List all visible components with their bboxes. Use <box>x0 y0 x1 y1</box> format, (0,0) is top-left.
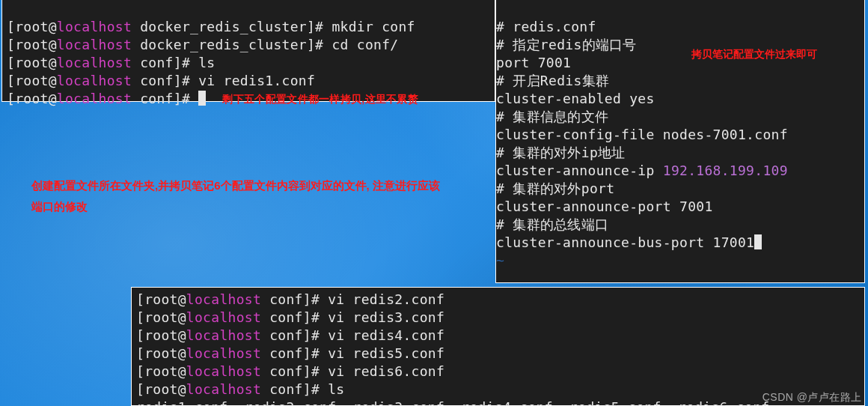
cwd: conf <box>140 55 174 70</box>
cwd: conf <box>269 327 303 343</box>
conf-line: # 集群的总线端口 <box>496 216 608 232</box>
hostname: localhost <box>57 19 132 34</box>
command-text: vi redis6.conf <box>328 363 444 379</box>
cwd: docker_redis_cluster <box>140 19 307 34</box>
cwd: conf <box>269 309 303 325</box>
hostname: localhost <box>186 345 261 361</box>
cwd: conf <box>269 291 303 307</box>
terminal-bottom[interactable]: [root@localhost conf]# vi redis2.conf [r… <box>131 287 865 406</box>
ls-output: redis1.conf redis2.conf redis3.conf redi… <box>136 399 769 406</box>
cwd: docker_redis_cluster <box>140 37 307 52</box>
conf-line: cluster-enabled yes <box>496 91 655 106</box>
hostname: localhost <box>57 37 132 52</box>
vi-tilde: ~ <box>496 252 504 268</box>
command-text: ls <box>328 381 344 397</box>
conf-line: cluster-announce-bus-port 17001 <box>496 234 754 250</box>
conf-line: # redis.conf <box>496 19 596 34</box>
conf-line: cluster-config-file nodes-7001.conf <box>496 127 788 142</box>
hostname: localhost <box>57 55 132 70</box>
hostname: localhost <box>57 73 132 88</box>
cwd: conf <box>269 381 303 397</box>
cwd: conf <box>269 345 303 361</box>
cwd: conf <box>269 363 303 379</box>
hostname: localhost <box>57 91 132 106</box>
hostname: localhost <box>186 291 261 307</box>
ip-address: 192.168.199.109 <box>663 163 788 178</box>
cursor-icon <box>198 91 206 106</box>
hostname: localhost <box>186 309 261 325</box>
hostname: localhost <box>186 327 261 343</box>
command-text: vi redis5.conf <box>328 345 444 361</box>
terminal-top-left[interactable]: [root@localhost docker_redis_cluster]# m… <box>1 0 495 102</box>
cwd: conf <box>140 91 174 106</box>
conf-line: # 指定redis的端口号 <box>496 37 637 52</box>
command-text: mkdir conf <box>331 19 415 34</box>
conf-line: cluster-announce-port 7001 <box>496 199 713 214</box>
conf-line: # 集群的对外ip地址 <box>496 145 626 160</box>
cursor-icon <box>754 234 762 249</box>
command-text: vi redis2.conf <box>328 291 444 307</box>
annotation-left: 创建配置文件所在文件夹,并拷贝笔记6个配置文件内容到对应的文件, 注意进行应该端… <box>31 175 450 217</box>
conf-line: port 7001 <box>496 55 571 70</box>
annotation-right: 拷贝笔记配置文件过来即可 <box>691 48 841 61</box>
conf-line: # 开启Redis集群 <box>496 73 609 88</box>
conf-line: # 集群的对外port <box>496 181 614 196</box>
terminal-right-editor[interactable]: # redis.conf # 指定redis的端口号 port 7001 # 开… <box>495 0 865 283</box>
command-text: vi redis4.conf <box>328 327 444 343</box>
command-text: vi redis1.conf <box>198 73 315 88</box>
hostname: localhost <box>186 381 261 397</box>
command-text: ls <box>198 55 215 70</box>
conf-line: # 集群信息的文件 <box>496 109 608 124</box>
cwd: conf <box>140 73 174 88</box>
inline-annotation: 剩下五个配置文件都一样拷贝,这里不累赘 <box>222 90 418 108</box>
command-text: cd conf/ <box>331 37 398 52</box>
hostname: localhost <box>186 363 261 379</box>
command-text: vi redis3.conf <box>328 309 444 325</box>
